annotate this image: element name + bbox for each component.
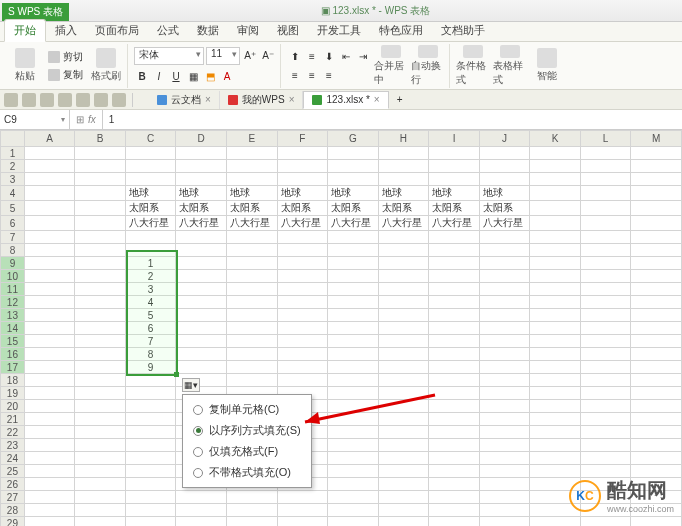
cell[interactable] [226,270,277,283]
cell[interactable] [429,335,480,348]
align-left-button[interactable]: ≡ [287,67,303,83]
row-header[interactable]: 24 [1,452,25,465]
cell[interactable] [530,465,580,478]
cell[interactable]: 八大行星 [125,216,176,231]
cell[interactable] [176,147,227,160]
row-header[interactable]: 10 [1,270,25,283]
cell[interactable] [429,504,480,517]
cell[interactable] [24,147,74,160]
paste-button[interactable]: 粘贴 [8,45,42,87]
cell[interactable] [429,257,480,270]
cell[interactable] [75,147,125,160]
cell[interactable] [75,517,125,527]
row-header[interactable]: 3 [1,173,25,186]
cell[interactable] [580,322,630,335]
cell[interactable] [176,504,227,517]
cell[interactable] [429,348,480,361]
cell[interactable] [24,270,74,283]
cell[interactable] [429,374,480,387]
cell[interactable] [226,296,277,309]
cell[interactable] [530,439,580,452]
cell[interactable] [24,465,74,478]
cell[interactable]: 太阳系 [328,201,379,216]
row-header[interactable]: 2 [1,160,25,173]
cell[interactable] [176,517,227,527]
row-header[interactable]: 7 [1,231,25,244]
cell[interactable] [580,465,630,478]
cell[interactable] [429,244,480,257]
cell[interactable] [226,491,277,504]
cell[interactable] [24,160,74,173]
cell[interactable]: 地球 [429,186,480,201]
column-header[interactable]: H [378,131,429,147]
row-header[interactable]: 29 [1,517,25,527]
cell[interactable] [631,465,682,478]
row-header[interactable]: 6 [1,216,25,231]
cell[interactable] [277,322,328,335]
row-header[interactable]: 22 [1,426,25,439]
cell[interactable] [479,400,530,413]
cell[interactable] [429,173,480,186]
cell[interactable] [75,400,125,413]
close-icon[interactable]: × [205,94,211,105]
cell[interactable] [530,296,580,309]
cell[interactable] [580,283,630,296]
cell[interactable] [530,413,580,426]
cell[interactable] [125,147,176,160]
open-icon[interactable] [22,93,36,107]
cell[interactable] [378,147,429,160]
cell[interactable] [24,335,74,348]
cell[interactable] [328,478,379,491]
row-header[interactable]: 14 [1,322,25,335]
column-header[interactable]: E [226,131,277,147]
align-right-button[interactable]: ≡ [321,67,337,83]
undo-icon[interactable] [94,93,108,107]
cell[interactable]: 八大行星 [277,216,328,231]
column-header[interactable]: I [429,131,480,147]
cell[interactable] [429,270,480,283]
bold-button[interactable]: B [134,68,150,84]
close-icon[interactable]: × [374,94,380,105]
cell[interactable] [631,413,682,426]
cell[interactable] [75,426,125,439]
cell[interactable] [479,348,530,361]
cell[interactable] [580,387,630,400]
cell[interactable] [479,504,530,517]
cell[interactable] [479,413,530,426]
cell[interactable] [176,309,227,322]
cell[interactable] [277,244,328,257]
column-header[interactable]: M [631,131,682,147]
cell[interactable] [530,374,580,387]
save-icon[interactable] [40,93,54,107]
cell[interactable] [530,283,580,296]
cell[interactable] [125,400,176,413]
italic-button[interactable]: I [151,68,167,84]
cell[interactable] [226,517,277,527]
cell[interactable] [125,491,176,504]
cell[interactable] [631,270,682,283]
row-header[interactable]: 25 [1,465,25,478]
cell[interactable] [277,348,328,361]
menu-tab-dev[interactable]: 开发工具 [308,20,370,41]
cell[interactable] [277,147,328,160]
cell[interactable] [328,257,379,270]
underline-button[interactable]: U [168,68,184,84]
cell[interactable] [580,147,630,160]
cell[interactable]: 太阳系 [378,201,429,216]
cell[interactable] [631,147,682,160]
fx-icon[interactable]: fx [88,114,96,125]
cell[interactable] [378,231,429,244]
cell[interactable] [429,452,480,465]
cell[interactable] [530,216,580,231]
cell[interactable] [429,517,480,527]
cell[interactable] [631,335,682,348]
cell[interactable] [226,335,277,348]
cell[interactable] [24,387,74,400]
row-header[interactable]: 1 [1,147,25,160]
cell[interactable] [75,478,125,491]
align-middle-button[interactable]: ≡ [304,48,320,64]
cell[interactable] [277,231,328,244]
table-style-button[interactable]: 表格样式 [493,45,527,87]
doctab-file[interactable]: 123.xlsx *× [303,91,388,109]
format-painter-button[interactable]: 格式刷 [89,45,123,87]
